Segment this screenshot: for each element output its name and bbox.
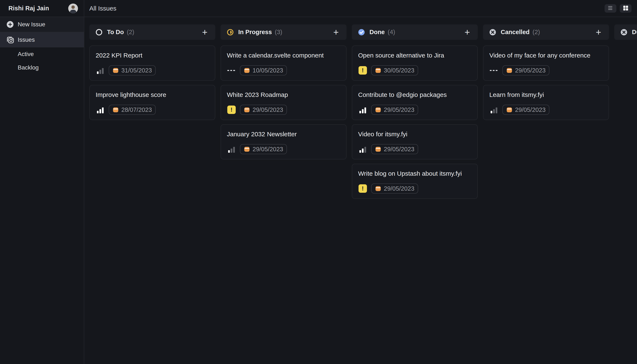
add-issue-button[interactable]: + bbox=[462, 28, 472, 37]
list-icon bbox=[608, 6, 613, 11]
column-header-done: Done(4)+ bbox=[352, 24, 478, 40]
column-count: (3) bbox=[275, 29, 282, 36]
add-issue-button[interactable]: + bbox=[200, 28, 210, 37]
issue-title: Open source alternative to Jira bbox=[358, 52, 472, 60]
column-cards: Open source alternative to Jira!30/05/20… bbox=[352, 46, 478, 199]
sidebar-item-issues[interactable]: Issues bbox=[0, 32, 84, 48]
due-date-badge: 10/05/2023 bbox=[240, 65, 287, 76]
due-date-text: 29/05/2023 bbox=[515, 67, 546, 74]
add-issue-button[interactable]: + bbox=[331, 28, 340, 37]
issue-title: 2022 KPI Report bbox=[96, 52, 209, 60]
column-cards: Video of my face for any conference29/05… bbox=[483, 46, 609, 120]
calendar-icon bbox=[375, 67, 381, 74]
urgent-glyph: ! bbox=[358, 66, 367, 74]
column-title: Duplicate bbox=[632, 29, 637, 36]
due-date-badge: 29/05/2023 bbox=[240, 105, 287, 115]
column-title: Done bbox=[370, 29, 385, 36]
list-view-button[interactable] bbox=[604, 4, 616, 13]
issue-card[interactable]: Write a calendar.svelte component10/05/2… bbox=[220, 46, 346, 81]
calendar-icon bbox=[244, 146, 250, 152]
priority-urgent-icon: ! bbox=[227, 105, 236, 114]
column-header-todo: To Do(2)+ bbox=[89, 24, 215, 40]
column-count: (4) bbox=[388, 29, 395, 36]
calendar-icon bbox=[112, 67, 119, 74]
column-cards: 2022 KPI Report31/05/2023Improve lightho… bbox=[89, 46, 215, 120]
issue-meta: 10/05/2023 bbox=[227, 65, 340, 76]
column-title: Cancelled bbox=[501, 29, 530, 36]
sidebar-item-backlog[interactable]: Backlog bbox=[0, 61, 84, 74]
issue-card[interactable]: January 2032 Newsletter29/05/2023 bbox=[220, 124, 346, 160]
sidebar-item-label: Issues bbox=[18, 36, 35, 43]
calendar-icon bbox=[375, 146, 381, 152]
issue-card[interactable]: White 2023 Roadmap!29/05/2023 bbox=[220, 85, 346, 120]
column-todo: To Do(2)+2022 KPI Report31/05/2023Improv… bbox=[89, 24, 215, 364]
issue-title: Video of my face for any conference bbox=[489, 52, 603, 60]
column-duplicate: Duplicate bbox=[614, 24, 637, 364]
avatar-person-icon bbox=[68, 4, 78, 13]
due-date-badge: 30/05/2023 bbox=[371, 65, 418, 76]
due-date-text: 29/05/2023 bbox=[384, 146, 414, 153]
issue-card[interactable]: Video of my face for any conference29/05… bbox=[483, 46, 609, 81]
add-issue-button[interactable]: + bbox=[594, 28, 603, 37]
due-date-text: 29/05/2023 bbox=[384, 106, 414, 113]
avatar[interactable] bbox=[68, 4, 78, 13]
sidebar-item-label: Backlog bbox=[18, 64, 39, 71]
calendar-icon bbox=[506, 106, 512, 113]
issue-meta: 29/05/2023 bbox=[489, 105, 603, 115]
issue-meta: 29/05/2023 bbox=[489, 65, 603, 76]
priority-low-icon bbox=[96, 66, 105, 75]
plus-circle-icon bbox=[6, 20, 15, 29]
due-date-text: 30/05/2023 bbox=[384, 67, 414, 74]
issue-card[interactable]: Video for itsmy.fyi29/05/2023 bbox=[352, 124, 478, 160]
issue-meta: 31/05/2023 bbox=[96, 65, 209, 76]
issue-title: Improve lighthouse score bbox=[96, 91, 209, 99]
priority-none-icon bbox=[489, 66, 498, 75]
urgent-glyph: ! bbox=[227, 106, 236, 114]
app: Rishi Raj Jain New IssueIssuesActiveBack… bbox=[0, 0, 637, 364]
due-date-text: 28/07/2023 bbox=[121, 106, 152, 113]
issue-card[interactable]: Learn from itsmy.fyi29/05/2023 bbox=[483, 85, 609, 120]
column-cards: Write a calendar.svelte component10/05/2… bbox=[220, 46, 346, 160]
board: To Do(2)+2022 KPI Report31/05/2023Improv… bbox=[84, 17, 637, 364]
priority-none-icon bbox=[227, 66, 236, 75]
issue-title: Write a calendar.svelte component bbox=[227, 52, 340, 60]
calendar-icon bbox=[375, 185, 381, 192]
status-in-progress-icon bbox=[226, 28, 234, 36]
main-area: All Issues To Do(2)+2022 KPI Report31/05… bbox=[84, 0, 637, 364]
issues-icon bbox=[6, 35, 15, 44]
due-date-badge: 29/05/2023 bbox=[502, 65, 549, 76]
column-title: In Progress bbox=[238, 29, 272, 36]
sidebar-item-new-issue[interactable]: New Issue bbox=[0, 17, 84, 32]
issue-meta: 29/05/2023 bbox=[227, 144, 340, 154]
grid-icon bbox=[623, 5, 628, 12]
calendar-icon bbox=[506, 67, 512, 74]
issue-meta: !30/05/2023 bbox=[358, 65, 472, 76]
due-date-text: 29/05/2023 bbox=[515, 106, 546, 113]
priority-low-icon bbox=[489, 105, 498, 114]
due-date-text: 29/05/2023 bbox=[252, 106, 283, 113]
issue-title: White 2023 Roadmap bbox=[227, 91, 340, 99]
issue-title: Contribute to @edgio packages bbox=[358, 91, 472, 99]
status-cancelled-icon bbox=[489, 28, 496, 36]
issue-title: Learn from itsmy.fyi bbox=[489, 91, 603, 99]
issue-card[interactable]: Contribute to @edgio packages29/05/2023 bbox=[352, 85, 478, 120]
grid-view-button[interactable] bbox=[620, 4, 632, 13]
urgent-glyph: ! bbox=[358, 184, 367, 193]
issue-card[interactable]: Write blog on Upstash about itsmy.fyi!29… bbox=[352, 164, 478, 199]
issue-meta: 29/05/2023 bbox=[358, 144, 472, 154]
due-date-badge: 29/05/2023 bbox=[240, 144, 287, 154]
issue-title: Write blog on Upstash about itsmy.fyi bbox=[358, 170, 472, 178]
column-cancelled: Cancelled(2)+Video of my face for any co… bbox=[483, 24, 609, 364]
priority-urgent-icon: ! bbox=[358, 66, 367, 75]
issue-card[interactable]: Open source alternative to Jira!30/05/20… bbox=[352, 46, 478, 81]
issue-card[interactable]: Improve lighthouse score28/07/2023 bbox=[89, 85, 215, 120]
issue-card[interactable]: 2022 KPI Report31/05/2023 bbox=[89, 46, 215, 81]
calendar-icon bbox=[112, 106, 119, 113]
status-duplicate-icon bbox=[620, 28, 628, 36]
sidebar-item-active[interactable]: Active bbox=[0, 48, 84, 61]
due-date-badge: 28/07/2023 bbox=[109, 105, 156, 115]
issue-title: Video for itsmy.fyi bbox=[358, 130, 472, 138]
sidebar: Rishi Raj Jain New IssueIssuesActiveBack… bbox=[0, 0, 84, 364]
calendar-icon bbox=[375, 106, 381, 113]
due-date-badge: 29/05/2023 bbox=[502, 105, 549, 115]
